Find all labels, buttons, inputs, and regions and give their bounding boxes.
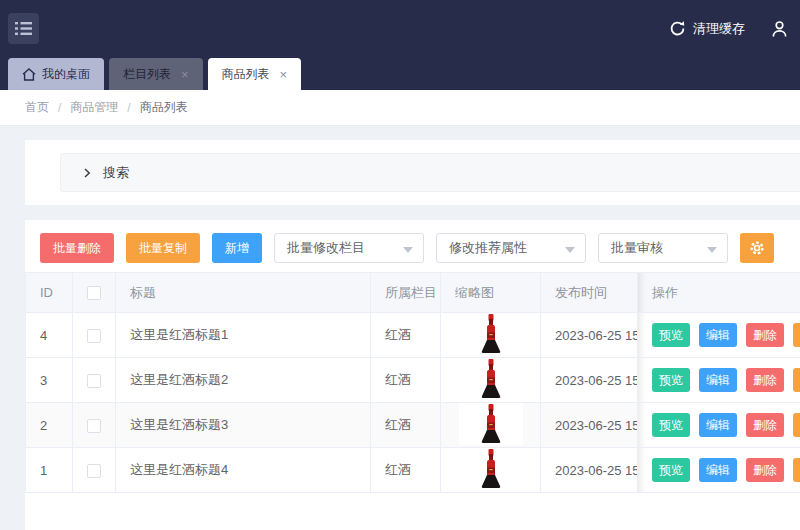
cell-category: 红酒 bbox=[371, 313, 441, 358]
delete-button[interactable]: 删除 bbox=[746, 368, 784, 392]
sidebar-toggle-button[interactable] bbox=[8, 13, 39, 44]
tab-desktop[interactable]: 我的桌面 bbox=[8, 58, 104, 90]
copy-button[interactable]: 复制 bbox=[793, 413, 800, 437]
edit-button[interactable]: 编辑 bbox=[699, 458, 737, 482]
breadcrumb-home[interactable]: 首页 bbox=[25, 99, 49, 116]
wine-bottle-image bbox=[480, 359, 502, 399]
column-settings-button[interactable] bbox=[740, 233, 774, 263]
tab-label: 商品列表 bbox=[222, 66, 270, 83]
thumbnail-image[interactable] bbox=[459, 448, 523, 490]
cell-thumbnail bbox=[441, 403, 541, 448]
delete-button[interactable]: 删除 bbox=[746, 323, 784, 347]
chevron-down-icon bbox=[565, 247, 575, 253]
cell-title[interactable]: 这里是红酒标题2 bbox=[116, 358, 371, 403]
product-table: ID 标题 所属栏目 缩略图 发布时间 操作 4 这里是红酒标题1 红酒 bbox=[25, 272, 800, 493]
thumbnail-image[interactable] bbox=[459, 313, 523, 355]
gear-icon bbox=[749, 240, 765, 256]
select-value: 批量修改栏目 bbox=[287, 239, 365, 257]
cell-thumbnail bbox=[441, 358, 541, 403]
list-toolbar: 批量删除 批量复制 新增 批量修改栏目 修改推荐属性 批量审核 bbox=[25, 220, 800, 272]
close-icon[interactable]: × bbox=[280, 68, 288, 81]
cell-publish-date: 2023-06-25 15:1 bbox=[541, 313, 638, 358]
chevron-down-icon bbox=[403, 247, 413, 253]
cell-title[interactable]: 这里是红酒标题1 bbox=[116, 313, 371, 358]
user-icon[interactable] bbox=[771, 20, 788, 38]
header-date: 发布时间 bbox=[541, 273, 638, 313]
row-checkbox[interactable] bbox=[87, 419, 101, 433]
breadcrumb: 首页 / 商品管理 / 商品列表 bbox=[0, 90, 800, 126]
preview-button[interactable]: 预览 bbox=[652, 413, 690, 437]
row-checkbox[interactable] bbox=[87, 329, 101, 343]
table-row: 1 这里是红酒标题4 红酒 2023-06-25 15:1 预览 编辑 删除 bbox=[26, 448, 800, 493]
delete-button[interactable]: 删除 bbox=[746, 458, 784, 482]
thumbnail-image[interactable] bbox=[459, 403, 523, 445]
tab-product-list[interactable]: 商品列表 × bbox=[208, 58, 302, 90]
cell-actions: 预览 编辑 删除 复制 bbox=[638, 403, 800, 448]
wine-bottle-image bbox=[480, 449, 502, 489]
cell-checkbox bbox=[73, 313, 116, 358]
preview-button[interactable]: 预览 bbox=[652, 368, 690, 392]
add-button[interactable]: 新增 bbox=[212, 233, 262, 263]
header-category: 所属栏目 bbox=[371, 273, 441, 313]
table-row: 3 这里是红酒标题2 红酒 2023-06-25 15:1 预览 编辑 删除 bbox=[26, 358, 800, 403]
delete-button[interactable]: 删除 bbox=[746, 413, 784, 437]
preview-button[interactable]: 预览 bbox=[652, 458, 690, 482]
cell-id: 1 bbox=[26, 448, 73, 493]
header-actions: 操作 bbox=[638, 273, 800, 313]
top-bar: 清理缓存 bbox=[0, 0, 800, 57]
cell-checkbox bbox=[73, 403, 116, 448]
header-select-all bbox=[73, 273, 116, 313]
batch-audit-select[interactable]: 批量审核 bbox=[598, 233, 728, 263]
breadcrumb-current: 商品列表 bbox=[140, 99, 188, 116]
row-checkbox[interactable] bbox=[87, 374, 101, 388]
cell-id: 4 bbox=[26, 313, 73, 358]
cell-publish-date: 2023-06-25 15:1 bbox=[541, 358, 638, 403]
refresh-icon bbox=[669, 20, 686, 37]
chevron-right-icon bbox=[81, 167, 93, 179]
header-thumb: 缩略图 bbox=[441, 273, 541, 313]
copy-button[interactable]: 复制 bbox=[793, 458, 800, 482]
header-title: 标题 bbox=[116, 273, 371, 313]
clear-cache-button[interactable]: 清理缓存 bbox=[669, 20, 745, 38]
table-header-row: ID 标题 所属栏目 缩略图 发布时间 操作 bbox=[26, 273, 800, 313]
cell-category: 红酒 bbox=[371, 358, 441, 403]
cell-id: 2 bbox=[26, 403, 73, 448]
search-collapse-label: 搜索 bbox=[103, 164, 129, 182]
search-collapse-header[interactable]: 搜索 bbox=[60, 153, 800, 192]
select-value: 修改推荐属性 bbox=[449, 239, 527, 257]
cell-category: 红酒 bbox=[371, 448, 441, 493]
cell-title[interactable]: 这里是红酒标题3 bbox=[116, 403, 371, 448]
product-list-card: 批量删除 批量复制 新增 批量修改栏目 修改推荐属性 批量审核 bbox=[25, 220, 800, 530]
breadcrumb-product-manage[interactable]: 商品管理 bbox=[70, 99, 118, 116]
cell-publish-date: 2023-06-25 15:1 bbox=[541, 403, 638, 448]
batch-copy-button[interactable]: 批量复制 bbox=[126, 233, 200, 263]
close-icon[interactable]: × bbox=[181, 68, 189, 81]
copy-button[interactable]: 复制 bbox=[793, 323, 800, 347]
batch-delete-button[interactable]: 批量删除 bbox=[40, 233, 114, 263]
list-menu-icon bbox=[15, 21, 32, 36]
header-id: ID bbox=[26, 273, 73, 313]
edit-button[interactable]: 编辑 bbox=[699, 368, 737, 392]
breadcrumb-separator: / bbox=[127, 101, 130, 115]
wine-bottle-image bbox=[480, 404, 502, 444]
breadcrumb-separator: / bbox=[58, 101, 61, 115]
select-all-checkbox[interactable] bbox=[87, 286, 101, 300]
main-content: 搜索 批量删除 批量复制 新增 批量修改栏目 修改推荐属性 批量审核 bbox=[0, 126, 800, 530]
thumbnail-image[interactable] bbox=[459, 358, 523, 400]
cell-title[interactable]: 这里是红酒标题4 bbox=[116, 448, 371, 493]
cell-publish-date: 2023-06-25 15:1 bbox=[541, 448, 638, 493]
cell-category: 红酒 bbox=[371, 403, 441, 448]
table-row: 4 这里是红酒标题1 红酒 2023-06-25 15:1 预览 编辑 删除 bbox=[26, 313, 800, 358]
row-checkbox[interactable] bbox=[87, 464, 101, 478]
cell-thumbnail bbox=[441, 313, 541, 358]
batch-change-column-select[interactable]: 批量修改栏目 bbox=[274, 233, 424, 263]
change-recommend-select[interactable]: 修改推荐属性 bbox=[436, 233, 586, 263]
cell-actions: 预览 编辑 删除 复制 bbox=[638, 448, 800, 493]
cell-actions: 预览 编辑 删除 复制 bbox=[638, 358, 800, 403]
edit-button[interactable]: 编辑 bbox=[699, 413, 737, 437]
cell-id: 3 bbox=[26, 358, 73, 403]
edit-button[interactable]: 编辑 bbox=[699, 323, 737, 347]
tab-column-list[interactable]: 栏目列表 × bbox=[109, 58, 203, 90]
copy-button[interactable]: 复制 bbox=[793, 368, 800, 392]
preview-button[interactable]: 预览 bbox=[652, 323, 690, 347]
